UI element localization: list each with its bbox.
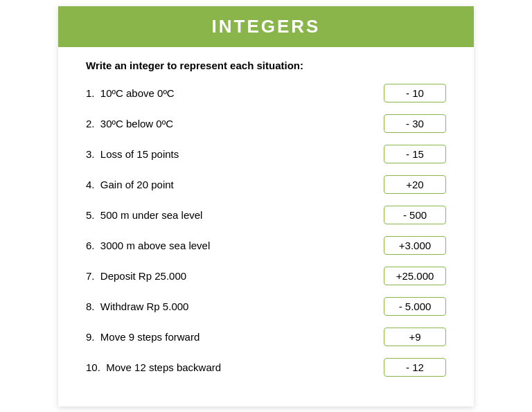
answer-box: - 15 [384,145,446,163]
answer-box: - 10 [384,84,446,102]
answer-box: +9 [384,328,446,346]
main-card: INTEGERS Write an integer to represent e… [58,6,474,406]
questions-list: 1. 10ºC above 0ºC- 102. 30ºC below 0ºC- … [86,81,446,380]
question-row: 8. Withdraw Rp 5.000- 5.000 [86,294,446,319]
question-row: 2. 30ºC below 0ºC- 30 [86,111,446,136]
question-text: 2. 30ºC below 0ºC [86,118,384,129]
page-title: INTEGERS [72,16,460,37]
answer-box: - 12 [384,358,446,377]
question-row: 3. Loss of 15 points- 15 [86,142,446,167]
instruction-text: Write an integer to represent each situa… [86,60,446,71]
answer-box: - 5.000 [384,297,446,316]
question-text: 6. 3000 m above sea level [86,240,384,251]
question-text: 5. 500 m under sea level [86,209,384,221]
answer-box: - 500 [384,206,446,224]
question-row: 6. 3000 m above sea level+3.000 [86,233,446,258]
question-text: 4. Gain of 20 point [86,179,384,190]
question-row: 10. Move 12 steps backward- 12 [86,355,446,380]
question-text: 8. Withdraw Rp 5.000 [86,301,384,312]
answer-box: +20 [384,175,446,194]
question-row: 5. 500 m under sea level- 500 [86,203,446,228]
question-row: 7. Deposit Rp 25.000+25.000 [86,264,446,289]
answer-box: +25.000 [384,267,446,285]
question-row: 4. Gain of 20 point+20 [86,172,446,197]
question-text: 10. Move 12 steps backward [86,361,384,373]
question-row: 9. Move 9 steps forward+9 [86,325,446,350]
question-text: 1. 10ºC above 0ºC [86,87,384,99]
question-text: 3. Loss of 15 points [86,148,384,160]
question-row: 1. 10ºC above 0ºC- 10 [86,81,446,106]
question-text: 9. Move 9 steps forward [86,331,384,343]
header-banner: INTEGERS [58,6,474,47]
question-text: 7. Deposit Rp 25.000 [86,270,384,282]
content-area: Write an integer to represent each situa… [58,60,474,380]
answer-box: - 30 [384,114,446,133]
answer-box: +3.000 [384,236,446,255]
